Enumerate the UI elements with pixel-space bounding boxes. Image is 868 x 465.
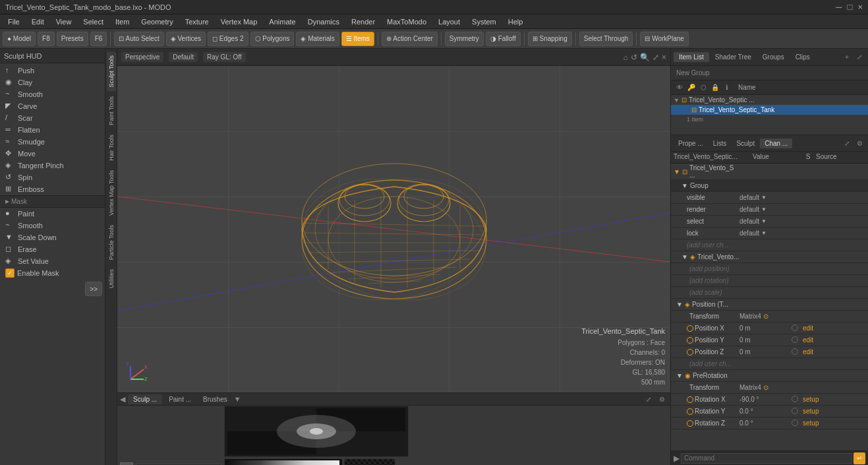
render-btn[interactable]: ⬡	[697, 82, 709, 94]
maximize-btn[interactable]: □	[848, 2, 853, 12]
menu-maxtomodo[interactable]: MaxToModo	[382, 16, 432, 27]
presets-btn[interactable]: Presets	[57, 32, 88, 46]
menu-texture[interactable]: Texture	[180, 16, 214, 27]
vert-tab-hair[interactable]: Hair Tools	[107, 131, 116, 165]
rot-y-radio[interactable]	[687, 408, 693, 415]
brushes-dropdown[interactable]: ▼	[234, 395, 241, 403]
home-icon[interactable]: ⌂	[623, 53, 628, 62]
render-label[interactable]: Ray GL: Off	[203, 52, 246, 62]
workplane-btn[interactable]: ⊟ WorkPlane	[640, 32, 689, 46]
ch-row-add-scale[interactable]: (add scale)	[671, 287, 868, 299]
ch-row-render[interactable]: render default ▼	[671, 204, 868, 216]
ch-row-add1[interactable]: (add user ch...	[671, 239, 868, 251]
pos-z-radio[interactable]	[687, 349, 693, 356]
menu-item[interactable]: Item	[110, 16, 134, 27]
pos-y-radio[interactable]	[687, 337, 693, 344]
ctab-lists[interactable]: Lists	[709, 139, 732, 148]
refresh-icon[interactable]: ↺	[631, 53, 637, 62]
lock-dropdown[interactable]: ▼	[761, 230, 767, 236]
ch-row-add2[interactable]: (add user ch...	[671, 358, 868, 370]
auto-select-btn[interactable]: ⊡ Auto Select	[114, 32, 163, 46]
symmetry-btn[interactable]: Symmetry	[445, 32, 484, 46]
menu-dynamics[interactable]: Dynamics	[303, 16, 345, 27]
ch-row-pos-y[interactable]: Position Y 0 m edit	[671, 334, 868, 346]
pos-y-s[interactable]	[792, 336, 798, 343]
tool-scale-down[interactable]: ▼Scale Down	[0, 232, 105, 243]
ch-row-prerot[interactable]: ▼ ◉ PreRotation	[671, 370, 868, 382]
add-tab-btn[interactable]: +	[841, 51, 853, 63]
ch-row-rot-x[interactable]: Rotation X -90.0 ° setup	[671, 394, 868, 406]
pos-x-s[interactable]	[792, 325, 798, 331]
sculpt-hud[interactable]: Sculpt HUD	[0, 49, 105, 63]
rot-y-s[interactable]	[792, 408, 798, 414]
close-icon[interactable]: ×	[662, 53, 666, 62]
rtab-clips[interactable]: Clips	[790, 52, 815, 62]
action-center-btn[interactable]: ⊕ Action Center	[382, 32, 438, 46]
tool-smooth[interactable]: ~Smooth	[0, 88, 105, 100]
tool-paint[interactable]: ●Paint	[0, 208, 105, 220]
ch-row-submesh[interactable]: ▼ ◈ Tricel_Vento...	[671, 251, 868, 263]
viewport[interactable]: Tricel_Vento_Septic_Tank Polygons : Face…	[117, 66, 670, 392]
vert-tab-utilities[interactable]: Utilities	[107, 265, 116, 292]
tool-set-value[interactable]: ◈Set Value	[0, 255, 105, 267]
model-mode-btn[interactable]: ● Model	[3, 32, 36, 46]
falloff-btn[interactable]: ◑ Falloff	[486, 32, 521, 46]
vert-tab-particle[interactable]: Particle Tools	[107, 221, 116, 264]
close-btn[interactable]: ×	[857, 2, 863, 12]
ch-row-group[interactable]: ▼ Group	[671, 180, 868, 192]
f6-btn[interactable]: F6	[90, 32, 107, 46]
minimize-btn[interactable]: ─	[836, 2, 842, 12]
rot-z-s[interactable]	[792, 419, 798, 426]
vert-tab-paint[interactable]: Paint Tools	[107, 92, 116, 129]
channels-expand-btn[interactable]: ⤢	[841, 137, 853, 149]
tool-move[interactable]: ✥Move	[0, 148, 105, 160]
edges-btn[interactable]: ◻ Edges 2	[208, 32, 248, 46]
tool-tangent-pinch[interactable]: ◈Tangent Pinch	[0, 160, 105, 171]
tool-carve[interactable]: ◤Carve	[0, 100, 105, 112]
menu-vertexmap[interactable]: Vertex Map	[216, 16, 263, 27]
tool-enable-mask[interactable]: ✓ Enable Mask	[0, 267, 105, 279]
rtab-item-list[interactable]: Item List	[674, 52, 709, 62]
menu-layout[interactable]: Layout	[433, 16, 465, 27]
tool-push[interactable]: ↑Push	[0, 65, 105, 77]
cmd-expand-btn[interactable]: ▶	[674, 454, 680, 463]
tool-clay[interactable]: ◉Clay	[0, 77, 105, 88]
bottom-expand-btn[interactable]: ⤢	[643, 393, 654, 405]
channels-settings-btn[interactable]: ⚙	[854, 137, 865, 149]
menu-geometry[interactable]: Geometry	[136, 16, 178, 27]
items-btn[interactable]: ☰ Items	[341, 32, 374, 46]
pos-x-radio[interactable]	[687, 325, 693, 332]
tab-brushes[interactable]: Brushes	[198, 394, 233, 404]
snapping-btn[interactable]: ⊞ Snapping	[528, 32, 572, 46]
expand-btn[interactable]: >>	[85, 282, 102, 296]
ctab-sculpt[interactable]: Sculpt	[732, 139, 759, 148]
tool-erase[interactable]: ◻Erase	[0, 243, 105, 255]
ch-row-lock[interactable]: lock default ▼	[671, 228, 868, 239]
search-icon[interactable]: 🔍	[640, 53, 650, 62]
tree-mesh[interactable]: ⊟ Tricel_Vento_Septic_Tank	[671, 105, 868, 115]
visible-dropdown[interactable]: ▼	[761, 195, 767, 201]
perspective-label[interactable]: Perspective	[121, 52, 163, 62]
rot-x-radio[interactable]	[687, 396, 693, 403]
shading-label[interactable]: Default	[169, 52, 198, 62]
rot-x-s[interactable]	[792, 396, 798, 402]
tool-spin[interactable]: ↺Spin	[0, 171, 105, 183]
key-btn[interactable]: 🔑	[685, 82, 697, 94]
materials-btn[interactable]: ◈ Materials	[296, 32, 339, 46]
ctab-properties[interactable]: Prope ...	[674, 139, 708, 148]
ch-row-visible[interactable]: visible default ▼	[671, 192, 868, 204]
tool-flatten[interactable]: ═Flatten	[0, 124, 105, 136]
eye-btn[interactable]: 👁	[674, 82, 685, 94]
menu-system[interactable]: System	[467, 16, 502, 27]
ch-row-transform[interactable]: Transform Matrix4 ⊙	[671, 311, 868, 323]
menu-file[interactable]: File	[3, 16, 25, 27]
tool-smooth-mask[interactable]: ~Smooth	[0, 220, 105, 232]
ch-row-add-pos[interactable]: (add position)	[671, 263, 868, 275]
ch-row-add-rot[interactable]: (add rotation)	[671, 275, 868, 287]
rot-z-radio[interactable]	[687, 420, 693, 427]
vert-tab-vertexmap[interactable]: Vertex Map Tools	[107, 166, 116, 220]
bottom-settings-btn[interactable]: ⚙	[656, 393, 668, 405]
ch-row-transform-pr[interactable]: Transform Matrix4 ⊙	[671, 382, 868, 394]
info-btn[interactable]: ℹ	[721, 82, 733, 94]
bottom-prev-btn[interactable]: ◀	[120, 395, 125, 404]
